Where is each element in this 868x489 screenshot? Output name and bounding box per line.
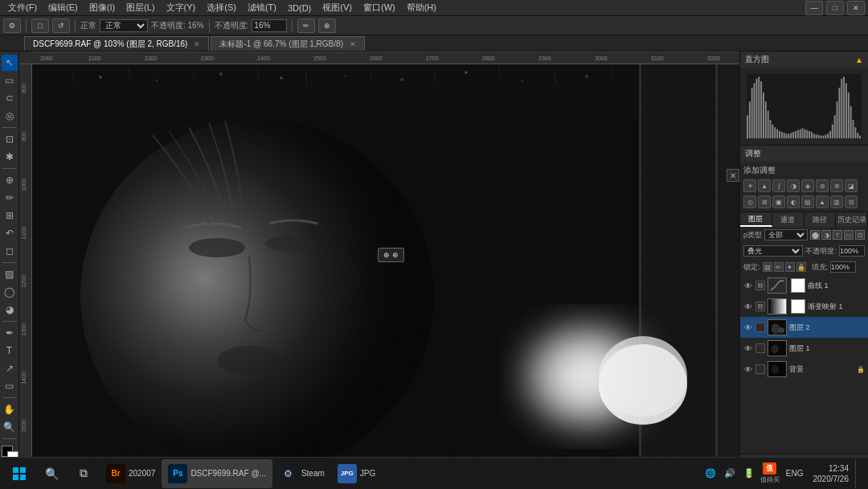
- blend-mode-layers[interactable]: 叠光: [743, 245, 803, 257]
- blend-mode-select[interactable]: 正常: [100, 19, 148, 32]
- taskview-btn[interactable]: ⧉: [69, 459, 98, 488]
- path-select-tool[interactable]: ↗: [2, 360, 18, 376]
- adj-curves[interactable]: ∫: [772, 179, 785, 192]
- lasso-tool[interactable]: ⊂: [2, 90, 18, 106]
- layer-row-background[interactable]: 👁 背景 🔒: [740, 359, 868, 380]
- menu-text[interactable]: 文字(Y): [162, 0, 201, 15]
- adj-exposure[interactable]: ◑: [787, 179, 800, 192]
- lock-all-btn[interactable]: 🔒: [796, 262, 806, 272]
- menu-select[interactable]: 选择(S): [202, 0, 241, 15]
- layer-type-select[interactable]: 全部: [764, 229, 808, 240]
- adj-photo-filter[interactable]: ◎: [743, 195, 756, 208]
- adj-levels[interactable]: ▲: [758, 179, 771, 192]
- tab-channels[interactable]: 通道: [772, 212, 805, 227]
- menu-3d[interactable]: 3D(D): [283, 2, 316, 14]
- layer-eye-layer1[interactable]: 👁: [743, 343, 753, 353]
- layer-row-curves[interactable]: 👁 ⛓ 曲线 1: [740, 275, 868, 296]
- layer-link-gradmap[interactable]: ⛓: [755, 302, 765, 311]
- hand-tool[interactable]: ✋: [2, 401, 18, 417]
- taskbar-steam[interactable]: ⚙ Steam: [272, 459, 331, 488]
- menu-window[interactable]: 窗口(W): [358, 0, 400, 15]
- tray-network[interactable]: 🌐: [702, 466, 719, 482]
- tab-paths[interactable]: 路径: [805, 212, 837, 227]
- adj-posterize[interactable]: ▤: [801, 195, 814, 208]
- filter-smart-icon[interactable]: ⊡: [855, 230, 865, 240]
- tab-untitled[interactable]: 未标题-1 @ 66.7% (图层 1,RGB/8) ✕: [211, 36, 365, 51]
- pen-tool[interactable]: ✒: [2, 325, 18, 341]
- heal-tool[interactable]: ⊕: [2, 172, 18, 188]
- tray-battery[interactable]: 🔋: [741, 466, 757, 482]
- taskbar-jpg[interactable]: JPG JPG: [331, 459, 382, 488]
- brush-btn[interactable]: ✏: [297, 18, 315, 33]
- layer-row-layer2[interactable]: 👁 图层 2: [740, 317, 868, 338]
- history-brush-tool[interactable]: ↶: [2, 225, 18, 241]
- canvas-content[interactable]: ⊕ ⊕: [32, 64, 739, 471]
- menu-view[interactable]: 视图(V): [317, 0, 357, 15]
- adj-threshold[interactable]: ▲: [816, 195, 829, 208]
- layer-eye-background[interactable]: 👁: [743, 364, 753, 374]
- close-btn[interactable]: ✕: [847, 1, 865, 15]
- filter-shape-icon[interactable]: ▭: [844, 230, 854, 240]
- tool-options-btn[interactable]: ⚙: [3, 18, 21, 33]
- opacity-lc-input[interactable]: [839, 245, 865, 257]
- show-desktop-btn[interactable]: [855, 459, 858, 488]
- zoom-tool[interactable]: 🔍: [2, 419, 18, 435]
- lock-position-btn[interactable]: ✦: [785, 262, 795, 272]
- adj-vibrance[interactable]: ◈: [801, 179, 814, 192]
- fill-lc-input[interactable]: [830, 261, 856, 273]
- menu-layer[interactable]: 图层(L): [121, 0, 159, 15]
- menu-help[interactable]: 帮助(H): [402, 0, 441, 15]
- adj-blackwhite[interactable]: ◪: [845, 179, 858, 192]
- text-tool[interactable]: T: [2, 343, 18, 359]
- tab-dscf9699[interactable]: DSCF9699.RAF @ 103% (图层 2, RGB/16) ✕: [24, 36, 209, 51]
- eraser-tool[interactable]: ◻: [2, 243, 18, 259]
- tab-history[interactable]: 历史记录: [836, 212, 868, 227]
- layer-row-gradmap[interactable]: 👁 ⛓ 渐变映射 1: [740, 296, 868, 317]
- move-tool[interactable]: ↖: [2, 55, 18, 71]
- minimize-btn[interactable]: —: [805, 1, 823, 15]
- crop-tool[interactable]: ⊡: [2, 131, 18, 147]
- lock-transparency-btn[interactable]: ▨: [763, 262, 772, 272]
- dodge-tool[interactable]: ◕: [2, 302, 18, 318]
- opacity-input[interactable]: [252, 19, 287, 32]
- shape-tool[interactable]: ▭: [2, 378, 18, 394]
- layer-eye-layer2[interactable]: 👁: [743, 323, 753, 332]
- adj-selective-color[interactable]: ⊟: [845, 195, 858, 208]
- tab-close-2[interactable]: ✕: [350, 40, 356, 48]
- adj-colorbalance[interactable]: ⊛: [830, 179, 843, 192]
- tab-layers[interactable]: 图层: [740, 212, 772, 227]
- eyedropper-btn[interactable]: ⊕: [318, 18, 336, 33]
- clock[interactable]: 12:34 2020/7/26: [810, 463, 853, 484]
- filter-pixel-icon[interactable]: ⬤: [810, 230, 820, 240]
- tab-close-1[interactable]: ✕: [194, 40, 200, 48]
- lang-area[interactable]: ENG: [783, 469, 807, 478]
- tray-volume[interactable]: 🔊: [722, 466, 738, 482]
- quick-select-tool[interactable]: ◎: [2, 108, 18, 124]
- layer-row-layer1[interactable]: 👁 图层 1: [740, 338, 868, 359]
- history-btn[interactable]: ↺: [52, 18, 70, 33]
- start-button[interactable]: [3, 458, 35, 490]
- stamp-tool[interactable]: ⊞: [2, 208, 18, 224]
- blur-tool[interactable]: ◯: [2, 284, 18, 300]
- menu-filter[interactable]: 滤镜(T): [243, 0, 281, 15]
- lock-image-btn[interactable]: ✏: [774, 262, 784, 272]
- adj-color-lookup[interactable]: ▣: [772, 195, 785, 208]
- menu-image[interactable]: 图像(I): [84, 0, 120, 15]
- menu-file[interactable]: 文件(F): [3, 0, 42, 15]
- marquee-tool[interactable]: ▭: [2, 72, 18, 88]
- eyedropper-tool[interactable]: ✱: [2, 149, 18, 165]
- kedu-badge-area[interactable]: 值 值得买: [760, 462, 780, 484]
- layer-link-curves[interactable]: ⛓: [755, 281, 765, 290]
- adj-hsl[interactable]: ⊚: [816, 179, 829, 192]
- filter-text-icon[interactable]: T: [833, 230, 842, 240]
- brush-tool[interactable]: ✏: [2, 190, 18, 206]
- adj-brightness[interactable]: ☀: [743, 179, 756, 192]
- restore-btn[interactable]: □: [826, 1, 844, 15]
- layer-eye-curves[interactable]: 👁: [743, 281, 753, 290]
- taskbar-photoshop[interactable]: Ps DSCF9699.RAF @...: [162, 459, 272, 488]
- adj-channel-mixer[interactable]: ⊞: [758, 195, 771, 208]
- gradient-tool[interactable]: ▨: [2, 266, 18, 282]
- menu-edit[interactable]: 编辑(E): [43, 0, 83, 15]
- close-panel-btn[interactable]: ✕: [727, 169, 739, 182]
- adj-gradient-map[interactable]: ▥: [830, 195, 843, 208]
